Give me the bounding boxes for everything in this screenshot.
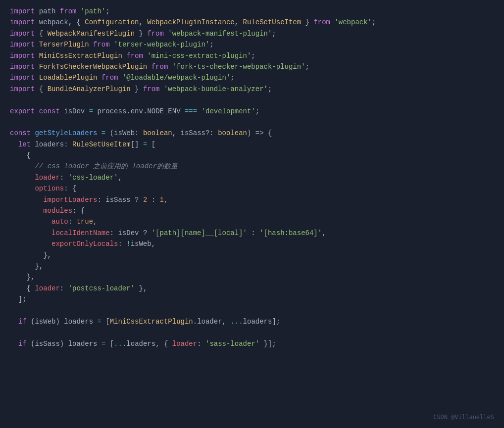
- line-17: modules: {: [10, 205, 494, 216]
- line-blank-4: [10, 327, 494, 338]
- line-blank-2: [10, 117, 494, 128]
- line-22: },: [10, 261, 494, 272]
- line-14: loader: 'css-loader',: [10, 172, 494, 183]
- watermark: CSDN @VillanelleS: [433, 413, 494, 422]
- line-26: if (isWeb) loaders = [MiniCssExtractPlug…: [10, 316, 494, 327]
- line-7: import LoadablePlugin from '@loadable/we…: [10, 72, 494, 83]
- line-3: import { WebpackManifestPlugin } from 'w…: [10, 28, 494, 39]
- line-23: },: [10, 272, 494, 283]
- line-21: },: [10, 250, 494, 261]
- line-blank-1: [10, 95, 494, 105]
- line-4: import TerserPlugin from 'terser-webpack…: [10, 39, 494, 50]
- line-6: import ForkTsCheckerWebpackPlugin from '…: [10, 61, 494, 72]
- code-editor: import path from 'path'; import webpack,…: [0, 0, 504, 428]
- line-13: // css loader 之前应用的 loader的数量: [10, 161, 494, 172]
- line-11: let loaders: RuleSetUseItem[] = [: [10, 139, 494, 150]
- line-5: import MiniCssExtractPlugin from 'mini-c…: [10, 50, 494, 61]
- line-9: export const isDev = process.env.NODE_EN…: [10, 106, 494, 117]
- line-18: auto: true,: [10, 216, 494, 227]
- line-12: {: [10, 150, 494, 161]
- line-27: if (isSass) loaders = [...loaders, { loa…: [10, 338, 494, 349]
- line-10: const getStyleLoaders = (isWeb: boolean,…: [10, 128, 494, 139]
- line-16: importLoaders: isSass ? 2 : 1,: [10, 194, 494, 205]
- line-25: ];: [10, 294, 494, 305]
- line-8: import { BundleAnalyzerPlugin } from 'we…: [10, 84, 494, 95]
- line-1: import path from 'path';: [10, 6, 494, 17]
- line-blank-3: [10, 305, 494, 316]
- line-20: exportOnlyLocals: !isWeb,: [10, 238, 494, 249]
- line-24: { loader: 'postcss-loader' },: [10, 283, 494, 294]
- line-2: import webpack, { Configuration, Webpack…: [10, 17, 494, 28]
- line-15: options: {: [10, 183, 494, 194]
- line-19: localIdentName: isDev ? '[path][name]__[…: [10, 228, 494, 238]
